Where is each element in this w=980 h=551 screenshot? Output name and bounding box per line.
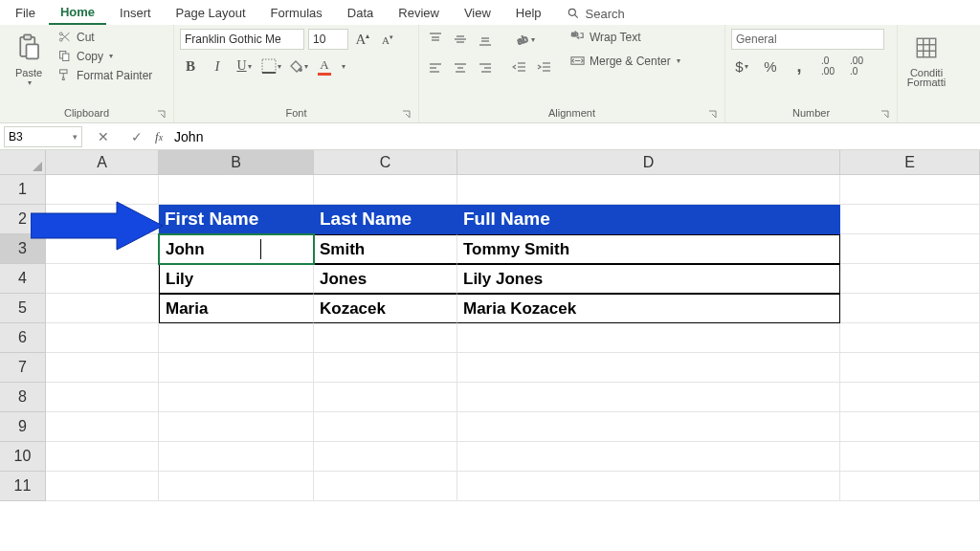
cancel-edit-button[interactable]: ✕ [98, 129, 109, 144]
cell[interactable] [457, 412, 840, 442]
percent-format-button[interactable]: % [760, 55, 781, 77]
cell[interactable] [46, 353, 159, 383]
tab-formulas[interactable]: Formulas [259, 3, 334, 24]
align-middle-button[interactable] [450, 29, 471, 50]
decrease-indent-button[interactable] [509, 57, 530, 78]
format-painter-button[interactable]: Format Painter [56, 67, 154, 83]
tab-review[interactable]: Review [387, 3, 451, 24]
conditional-formatting-button[interactable]: Conditi Formatti [903, 29, 949, 90]
cell[interactable] [457, 175, 840, 205]
confirm-edit-button[interactable]: ✓ [131, 129, 143, 144]
cell[interactable]: Lily Jones [457, 264, 840, 294]
accounting-format-button[interactable]: $▾ [731, 55, 752, 77]
cell[interactable] [314, 472, 457, 501]
italic-button[interactable]: I [207, 55, 228, 77]
cell[interactable] [457, 323, 840, 353]
cell[interactable] [840, 205, 980, 234]
align-left-button[interactable] [425, 57, 446, 78]
cell[interactable] [840, 353, 980, 383]
cell-header-last-name[interactable]: Last Name [314, 205, 457, 234]
fill-color-button[interactable]: ▾ [287, 55, 308, 77]
column-header-e[interactable]: E [840, 150, 980, 175]
cell[interactable] [159, 412, 314, 442]
cell[interactable] [840, 412, 980, 442]
cell[interactable] [840, 234, 980, 264]
underline-button[interactable]: U▾ [234, 55, 255, 77]
tab-help[interactable]: Help [504, 3, 553, 24]
name-box[interactable]: B3 ▾ [4, 126, 82, 147]
dialog-launcher-icon[interactable] [401, 109, 412, 121]
column-header-c[interactable]: C [314, 150, 457, 175]
cell[interactable] [457, 383, 840, 412]
column-header-d[interactable]: D [457, 150, 840, 175]
cell[interactable] [46, 442, 159, 472]
cell[interactable] [46, 412, 159, 442]
border-button[interactable]: ▾ [260, 55, 281, 77]
cell-b3-active[interactable]: John [159, 234, 314, 264]
cell[interactable] [457, 472, 840, 501]
cell[interactable] [159, 353, 314, 383]
font-color-button[interactable]: A [314, 55, 335, 77]
align-center-button[interactable] [450, 57, 471, 78]
tell-me-search[interactable]: Search [567, 7, 625, 21]
chevron-down-icon[interactable]: ▾ [342, 62, 345, 71]
cut-button[interactable]: Cut [56, 29, 154, 45]
fx-icon[interactable]: fx [155, 129, 163, 144]
cell[interactable]: Lily [159, 264, 314, 294]
cell[interactable] [840, 472, 980, 501]
font-size-select[interactable] [308, 29, 348, 50]
orientation-button[interactable]: ab▾ [509, 29, 540, 50]
increase-decimal-button[interactable]: .0.00 [817, 55, 838, 77]
tab-view[interactable]: View [453, 3, 502, 24]
cell-header-full-name[interactable]: Full Name [457, 205, 840, 234]
cell[interactable] [46, 294, 159, 323]
cell[interactable] [159, 442, 314, 472]
cell[interactable] [457, 442, 840, 472]
cell[interactable] [314, 412, 457, 442]
copy-button[interactable]: Copy ▾ [56, 48, 154, 64]
row-header[interactable]: 10 [0, 442, 46, 472]
wrap-text-button[interactable]: ab Wrap Text [568, 29, 682, 45]
worksheet-grid[interactable]: A B C D E 1 2 First Name Last Name Full … [0, 150, 980, 501]
row-header[interactable]: 5 [0, 294, 46, 323]
cell[interactable]: Tommy Smith [457, 234, 840, 264]
row-header[interactable]: 9 [0, 412, 46, 442]
row-header[interactable]: 4 [0, 264, 46, 294]
cell[interactable]: Smith [314, 234, 457, 264]
cell[interactable] [159, 175, 314, 205]
cell[interactable]: Maria [159, 294, 314, 323]
cell[interactable] [314, 175, 457, 205]
tab-page-layout[interactable]: Page Layout [165, 3, 257, 24]
row-header[interactable]: 6 [0, 323, 46, 353]
dialog-launcher-icon[interactable] [707, 109, 719, 121]
cell[interactable] [457, 353, 840, 383]
cell[interactable] [840, 383, 980, 412]
cell[interactable] [46, 264, 159, 294]
bold-button[interactable]: B [180, 55, 201, 77]
tab-file[interactable]: File [4, 3, 47, 24]
increase-indent-button[interactable] [534, 57, 555, 78]
shrink-font-button[interactable]: A▾ [377, 29, 398, 50]
cell[interactable] [840, 442, 980, 472]
formula-input[interactable] [168, 126, 980, 147]
paste-button[interactable]: Paste ▾ [6, 29, 52, 89]
tab-insert[interactable]: Insert [108, 3, 163, 24]
row-header[interactable]: 8 [0, 383, 46, 412]
align-right-button[interactable] [475, 57, 496, 78]
cell[interactable] [840, 294, 980, 323]
cell[interactable] [159, 383, 314, 412]
cell[interactable] [159, 323, 314, 353]
cell[interactable] [46, 383, 159, 412]
cell[interactable] [314, 353, 457, 383]
cell[interactable]: Jones [314, 264, 457, 294]
cell-header-first-name[interactable]: First Name [159, 205, 314, 234]
cell[interactable] [840, 323, 980, 353]
column-header-a[interactable]: A [46, 150, 159, 175]
merge-center-button[interactable]: Merge & Center ▾ [568, 53, 682, 69]
decrease-decimal-button[interactable]: .00.0 [846, 55, 867, 77]
tab-home[interactable]: Home [49, 2, 106, 25]
cell[interactable] [314, 323, 457, 353]
number-format-select[interactable] [731, 29, 884, 50]
cell[interactable]: Maria Kozacek [457, 294, 840, 323]
dialog-launcher-icon[interactable] [880, 109, 891, 121]
